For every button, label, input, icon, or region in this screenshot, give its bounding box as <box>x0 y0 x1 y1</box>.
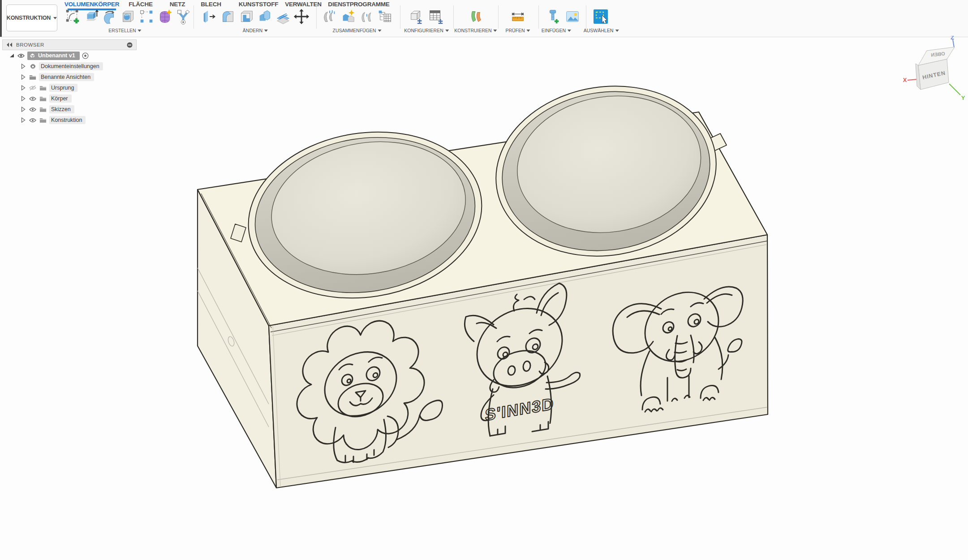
model-canvas[interactable]: S'INN3D <box>0 37 968 560</box>
activate-radio-icon[interactable] <box>82 52 89 59</box>
move-button[interactable] <box>292 7 311 26</box>
folder-icon <box>39 85 47 91</box>
create-form-button[interactable] <box>155 7 174 26</box>
component-cube-icon <box>29 52 36 59</box>
press-pull-icon <box>201 8 218 25</box>
joint-button[interactable] <box>339 7 357 26</box>
collapsed-arrow-icon[interactable] <box>21 96 26 101</box>
browser-panel: BROWSER Unbenannt v1 <box>2 39 137 125</box>
select-icon <box>592 8 610 26</box>
group-pruefen[interactable]: PRÜFEN <box>505 28 530 33</box>
rectangular-pattern-icon <box>138 8 155 25</box>
create-form-icon <box>156 8 173 25</box>
move-icon <box>293 8 310 25</box>
fillet-button[interactable] <box>219 7 237 26</box>
collapse-panel-icon[interactable] <box>6 43 13 47</box>
viewcube-cube[interactable]: OBEN HINTEN <box>916 47 955 90</box>
tree-row-benannte-ansichten[interactable]: Benannte Ansichten <box>20 72 137 82</box>
group-konstruieren[interactable]: KONSTRUIEREN <box>454 28 497 33</box>
hole-icon <box>120 8 137 25</box>
combine-icon <box>256 8 273 25</box>
pipe-button[interactable] <box>174 7 193 26</box>
select-button[interactable] <box>591 7 610 26</box>
new-component-icon <box>321 8 338 25</box>
component-table-icon <box>376 8 393 25</box>
context-dropdown-konstruktion[interactable]: KONSTRUKTION <box>6 4 57 31</box>
toolbar: KONSTRUKTION VOLUMENKÖRPER FLÄCHE NETZ B… <box>0 0 968 37</box>
insert-fastener-button[interactable] <box>544 7 563 26</box>
combine-button[interactable] <box>255 7 274 26</box>
collapsed-arrow-icon[interactable] <box>21 64 26 69</box>
construction-plane-button[interactable] <box>466 7 485 26</box>
extrude-icon <box>83 8 100 25</box>
tree-row-skizzen[interactable]: Skizzen <box>20 104 137 115</box>
tree-item-label: Benannte Ansichten <box>41 74 90 80</box>
group-konfigurieren[interactable]: KONFIGURIEREN <box>404 28 449 33</box>
shell-icon <box>238 8 255 25</box>
as-built-joint-icon <box>358 8 375 25</box>
group-auswaehlen[interactable]: AUSWÄHLEN <box>584 28 619 33</box>
tree-row-koerper[interactable]: Körper <box>20 93 137 104</box>
tree-row-konstruktion[interactable]: Konstruktion <box>20 115 137 125</box>
tree-item-label: Körper <box>51 95 68 102</box>
axis-y-label: Y <box>961 95 965 101</box>
tree-item-label: Skizzen <box>51 106 71 112</box>
folder-icon <box>39 117 47 123</box>
browser-header[interactable]: BROWSER <box>2 39 137 50</box>
viewcube[interactable]: Z X Y OBEN HINTEN <box>902 36 967 108</box>
create-sketch-icon <box>65 8 82 25</box>
revolve-button[interactable] <box>100 7 119 26</box>
rectangular-pattern-button[interactable] <box>137 7 156 26</box>
new-component-button[interactable] <box>320 7 339 26</box>
visibility-eye-icon[interactable] <box>17 53 25 58</box>
configuration-icon <box>408 8 425 25</box>
visibility-eye-icon[interactable] <box>29 118 36 123</box>
visibility-eye-icon[interactable] <box>29 96 36 101</box>
visibility-eye-icon[interactable] <box>29 107 36 112</box>
as-built-joint-button[interactable] <box>357 7 376 26</box>
document-root-chip[interactable]: Unbenannt v1 <box>27 52 80 60</box>
axis-x-label: X <box>903 77 907 83</box>
group-einfuegen[interactable]: EINFÜGEN <box>542 28 571 33</box>
construction-plane-icon <box>467 8 484 25</box>
configuration-button[interactable] <box>407 7 426 26</box>
joint-icon <box>340 8 357 25</box>
folder-icon <box>39 96 47 102</box>
fillet-icon <box>219 8 237 25</box>
group-aendern[interactable]: ÄNDERN <box>243 28 268 33</box>
extrude-button[interactable] <box>82 7 101 26</box>
measure-button[interactable] <box>508 7 527 26</box>
collapsed-arrow-icon[interactable] <box>21 85 26 90</box>
collapsed-arrow-icon[interactable] <box>21 107 26 112</box>
component-table-button[interactable] <box>375 7 394 26</box>
panel-options-icon[interactable] <box>127 42 133 48</box>
visibility-hidden-eye-icon[interactable] <box>29 85 36 90</box>
split-body-button[interactable] <box>274 7 293 26</box>
group-zusammenfuegen[interactable]: ZUSAMMENFÜGEN <box>333 28 382 33</box>
shell-button[interactable] <box>237 7 256 26</box>
tree-row-ursprung[interactable]: Ursprung <box>20 82 137 93</box>
insert-image-button[interactable] <box>563 7 582 26</box>
insert-fastener-icon <box>545 8 562 25</box>
axis-z-label: Z <box>951 36 954 41</box>
group-erstellen[interactable]: ERSTELLEN <box>108 28 141 33</box>
press-pull-button[interactable] <box>200 7 219 26</box>
configuration-table-button[interactable] <box>426 7 445 26</box>
collapsed-arrow-icon[interactable] <box>21 74 26 80</box>
gear-icon <box>30 63 36 70</box>
hole-button[interactable] <box>119 7 138 26</box>
folder-icon <box>29 74 36 80</box>
tree-row-root[interactable]: Unbenannt v1 <box>9 50 137 61</box>
revolve-icon <box>101 8 118 25</box>
expanded-arrow-icon[interactable] <box>9 53 14 58</box>
measure-icon <box>509 8 526 25</box>
insert-image-icon <box>564 8 581 25</box>
tree-row-dokumenteinstellungen[interactable]: Dokumenteinstellungen <box>20 61 137 72</box>
tree-item-label: Dokumenteinstellungen <box>41 63 99 69</box>
collapsed-arrow-icon[interactable] <box>21 117 26 123</box>
create-sketch-button[interactable] <box>64 7 82 26</box>
chevron-down-icon <box>53 17 57 19</box>
fusion360-window: S'INN3D <box>0 0 968 560</box>
tree-item-label: Ursprung <box>51 85 74 91</box>
browser-title: BROWSER <box>16 42 123 47</box>
